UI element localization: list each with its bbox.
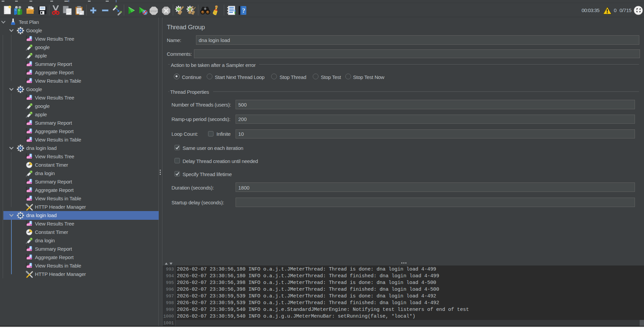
svg-text:STOP: STOP [150, 10, 157, 13]
svg-text:?: ? [242, 7, 245, 14]
